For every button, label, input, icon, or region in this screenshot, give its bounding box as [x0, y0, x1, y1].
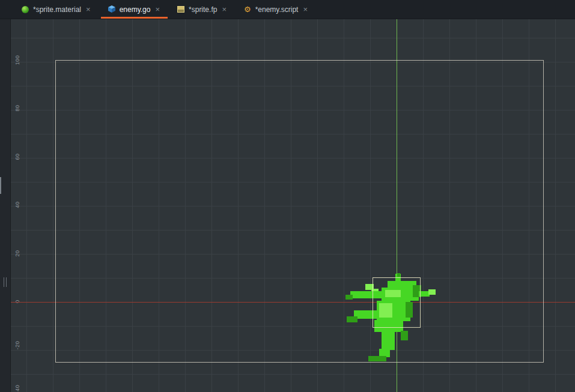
editor-window: *sprite.material × enemy.go × *sprite.fp…	[0, 0, 575, 392]
ruler-label: 20	[14, 250, 20, 256]
close-icon[interactable]: ×	[85, 5, 91, 13]
splitter-handle-icon[interactable]	[3, 277, 8, 287]
tab-bar: *sprite.material × enemy.go × *sprite.fp…	[0, 0, 575, 19]
ruler-label: 40	[14, 201, 20, 208]
tab-label: *sprite.fp	[189, 5, 217, 14]
scene-bounds-outline	[55, 60, 544, 363]
close-icon[interactable]: ×	[154, 5, 160, 13]
scene-canvas[interactable]: 100 80 60 40 20 0 -20 -40	[11, 19, 575, 392]
ruler-label: 80	[14, 104, 20, 111]
selection-box	[373, 277, 421, 328]
tab-enemy-go[interactable]: enemy.go ×	[100, 0, 169, 19]
fragment-program-icon	[177, 6, 184, 13]
material-sphere-icon	[22, 6, 29, 13]
tab-label: *enemy.script	[255, 5, 299, 14]
left-panel-splitter[interactable]	[0, 19, 11, 392]
ruler-label: -20	[14, 341, 20, 350]
close-icon[interactable]: ×	[221, 5, 227, 13]
tab-sprite-material[interactable]: *sprite.material ×	[13, 0, 100, 19]
panel-edge-indicator	[0, 177, 1, 194]
ruler-label: 100	[14, 55, 20, 65]
gameobject-cube-icon	[108, 4, 115, 15]
tab-label: *sprite.material	[33, 5, 81, 14]
tab-label: enemy.go	[120, 5, 151, 14]
tab-sprite-fp[interactable]: *sprite.fp ×	[169, 0, 236, 19]
tab-enemy-script[interactable]: ⚙ *enemy.script ×	[236, 0, 317, 19]
ruler-label: -40	[14, 385, 20, 392]
script-gear-icon: ⚙	[244, 6, 251, 13]
ruler-label: 60	[14, 153, 20, 160]
close-icon[interactable]: ×	[302, 5, 308, 13]
